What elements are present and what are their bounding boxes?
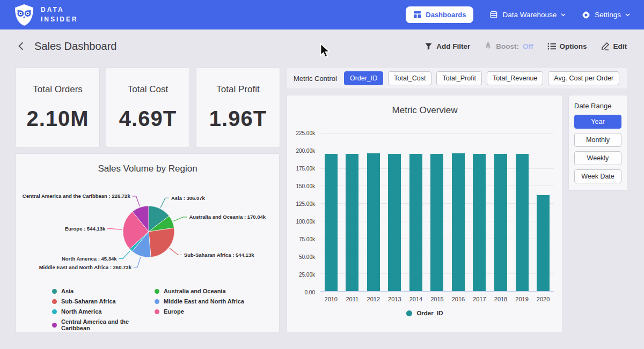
legend-dot — [155, 299, 159, 304]
x-tick-label: 2010 — [320, 296, 341, 302]
bar-chart-y-axis: 225.00k200.00k175.00k150.00k125.00k100.0… — [287, 133, 315, 292]
kpi-card-total-profit: Total Profit 1.96T — [196, 68, 280, 147]
pie-slice-sub-saharan-africa[interactable] — [149, 228, 174, 257]
gear-icon — [582, 11, 590, 19]
bar-2020[interactable] — [537, 195, 550, 291]
legend-dot — [155, 309, 159, 314]
pie-chart-title: Sales Volume by Region — [16, 154, 279, 174]
bar-2010[interactable] — [325, 154, 338, 291]
sales-dashboard-page: DATA INSIDER Dashboards Data Warehou — [0, 0, 644, 349]
bar-2016[interactable] — [452, 153, 465, 291]
y-tick-label: 100.00k — [296, 219, 315, 225]
pie-label-middle-east-and-north-africa: Middle East and North Africa : 260.73k — [39, 264, 132, 270]
y-tick-label: 200.00k — [296, 147, 315, 153]
options-button[interactable]: Options — [547, 42, 587, 50]
database-icon — [489, 11, 498, 19]
pie-leader-line — [133, 196, 140, 206]
date-range-option-weekly[interactable]: Weekly — [574, 151, 621, 165]
brand-line1: DATA — [41, 5, 78, 14]
bar-slot — [427, 133, 448, 291]
bar-slot — [448, 133, 469, 291]
dashboard-grid-icon — [413, 11, 421, 19]
legend-item-europe[interactable]: Europe — [155, 308, 244, 315]
edit-button[interactable]: Edit — [601, 42, 627, 50]
kpi-value: 2.10M — [26, 107, 89, 131]
pie-chart-card: Sales Volume by Region Asia : 306.07kAus… — [16, 154, 279, 332]
bar-slot — [405, 133, 426, 291]
pie-chart[interactable]: Asia : 306.07kAustralia and Oceania : 17… — [16, 181, 279, 285]
x-tick-label: 2013 — [384, 296, 405, 302]
metric-option-total-profit[interactable]: Total_Profit — [436, 71, 482, 85]
add-filter-button[interactable]: Add Filter — [425, 42, 470, 50]
kpi-card-total-orders: Total Orders 2.10M — [16, 68, 99, 147]
y-tick-label: 0.00 — [305, 289, 315, 295]
top-navbar: DATA INSIDER Dashboards Data Warehou — [0, 0, 644, 29]
edit-label: Edit — [613, 42, 627, 50]
legend-item-sub-saharan-africa[interactable]: Sub-Saharan Africa — [52, 298, 155, 305]
legend-label: Europe — [164, 308, 184, 315]
y-tick-label: 125.00k — [296, 201, 315, 206]
legend-item-central-america-and-the-caribbean[interactable]: Central America and the Caribbean — [52, 318, 155, 331]
page-title: Sales Dashboard — [34, 40, 116, 53]
legend-dot — [155, 289, 159, 294]
x-tick-label: 2011 — [342, 296, 363, 302]
x-tick-label: 2017 — [469, 296, 490, 302]
boost-toggle[interactable]: Boost: Off — [484, 42, 533, 50]
metric-option-order-id[interactable]: Order_ID — [344, 71, 383, 85]
navbar-menu: Dashboards Data Warehouse Settings — [406, 6, 630, 23]
boost-value: Off — [523, 42, 533, 50]
legend-dot — [406, 310, 412, 316]
dashboards-button[interactable]: Dashboards — [406, 6, 473, 23]
kpi-card-total-cost: Total Cost 4.69T — [106, 68, 189, 147]
data-warehouse-label: Data Warehouse — [502, 11, 557, 19]
back-button[interactable] — [17, 41, 25, 51]
bar-chart-bars — [320, 133, 554, 291]
date-range-option-week-date[interactable]: Week Date — [574, 169, 621, 183]
metric-option-avg-cost-per-order[interactable]: Avg. Cost per Order — [548, 71, 619, 85]
bar-chart-legend: Order_ID — [287, 310, 562, 316]
edit-pencil-icon — [601, 42, 610, 50]
bar-slot — [533, 133, 554, 291]
brand: DATA INSIDER — [14, 4, 78, 26]
bar-2012[interactable] — [367, 153, 380, 291]
legend-item-north-america[interactable]: North America — [52, 308, 155, 315]
bar-chart-card: Metric Overview 225.00k200.00k175.00k150… — [287, 95, 562, 332]
legend-item-australia-and-oceania[interactable]: Australia and Oceania — [155, 288, 244, 294]
pie-label-central-america-and-the-caribbean: Central America and the Caribbean : 226.… — [23, 193, 131, 199]
kpi-value: 1.96T — [209, 107, 267, 131]
bar-2017[interactable] — [473, 154, 486, 291]
bar-2019[interactable] — [516, 154, 529, 291]
legend-label: North America — [61, 308, 101, 315]
legend-dot — [52, 309, 57, 314]
options-list-icon — [547, 42, 556, 50]
y-tick-label: 225.00k — [296, 130, 315, 136]
metric-option-total-cost[interactable]: Total_Cost — [388, 71, 431, 85]
date-range-option-year[interactable]: Year — [574, 115, 621, 129]
pie-leader-line — [160, 198, 169, 207]
legend-dot — [52, 299, 57, 304]
x-tick-label: 2016 — [448, 296, 469, 302]
pie-leader-line — [170, 248, 182, 255]
kpi-value: 4.69T — [119, 107, 177, 131]
x-tick-label: 2012 — [363, 296, 384, 302]
data-warehouse-menu[interactable]: Data Warehouse — [489, 11, 566, 19]
legend-item-middle-east-and-north-africa[interactable]: Middle East and North Africa — [155, 298, 244, 305]
bar-2014[interactable] — [409, 154, 422, 291]
filter-funnel-icon — [425, 42, 433, 50]
bar-chart-x-axis: 2010201120122013201420152016201720182019… — [320, 296, 554, 302]
bar-2013[interactable] — [388, 154, 401, 291]
bar-2011[interactable] — [346, 154, 358, 291]
bar-slot — [511, 133, 532, 291]
bar-2018[interactable] — [494, 154, 507, 291]
legend-dot — [52, 289, 57, 294]
bar-2015[interactable] — [430, 154, 443, 291]
metric-option-total-revenue[interactable]: Total_Revenue — [487, 71, 543, 85]
kpi-label: Total Cost — [128, 84, 169, 95]
date-range-option-monthly[interactable]: Monthly — [574, 133, 621, 147]
add-filter-label: Add Filter — [436, 42, 470, 50]
pie-label-australia-and-oceania: Australia and Oceania : 170.04k — [189, 214, 266, 220]
settings-menu[interactable]: Settings — [582, 11, 630, 19]
date-range-label: Date Range — [574, 102, 621, 110]
legend-label: Sub-Saharan Africa — [61, 298, 116, 305]
legend-item-asia[interactable]: Asia — [52, 288, 155, 294]
